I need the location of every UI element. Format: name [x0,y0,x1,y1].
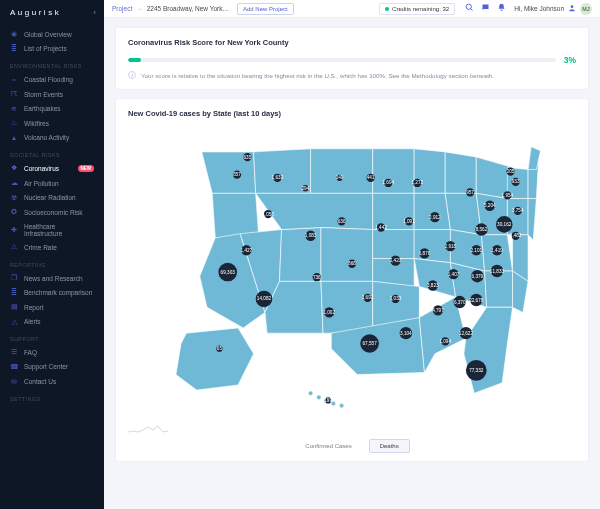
us-map[interactable]: 8571,0581,42769,30314,0826351,6332941,08… [128,126,576,416]
sidebar-item-label: News and Research [24,275,83,282]
sidebar-item-label: Socioeconomic Risk [24,209,83,216]
sidebar-icon: ▲ [10,134,18,142]
sidebar-item-label: Coastal Flooding [24,76,73,83]
sidebar-icon: ≣ [10,289,18,297]
segment-deaths[interactable]: Deaths [369,439,410,453]
sidebar-item-crime-rate[interactable]: ⚠Crime Rate [0,240,104,255]
sidebar-icon: ♨ [10,119,18,127]
map-segment-control: Confirmed CasesDeaths [128,439,576,453]
sidebar-item-label: Earthquakes [24,105,61,112]
bell-icon[interactable] [497,3,506,14]
map-bubble-label: 868 [348,261,356,266]
search-icon[interactable] [465,3,474,14]
map-bubble-label: 1,407 [448,272,460,277]
map-bubble-label: 1,482 [510,233,522,238]
map-bubble-label: 294 [302,186,310,191]
sidebar-item-healthcare-infrastructure[interactable]: ✚Healthcare Infrastructure [0,220,104,241]
sidebar-icon: ⚠ [10,243,18,251]
status-dot-icon [385,7,389,11]
sidebar-item-label: Report [24,304,44,311]
sidebar-item-nuclear-radiation[interactable]: ☢Nuclear Radiation [0,190,104,205]
new-badge: NEW [78,165,95,172]
map-bubble-label: 69,303 [221,270,236,275]
main-area: Project → 2245 Broadway, New York… Add N… [104,0,600,509]
sidebar-icon: ≋ [10,105,18,113]
map-bubble-label: 65 [217,346,223,351]
map-bubble-label: 957 [466,190,474,195]
sidebar-item-label: Coronavirus [24,165,59,172]
sidebar-item-report[interactable]: ▤Report [0,300,104,315]
sidebar-item-label: Alerts [24,318,41,325]
sidebar-item-earthquakes[interactable]: ≋Earthquakes [0,101,104,116]
sidebar-item-label: Support Center [24,363,68,370]
content: Coronavirus Risk Score for New York Coun… [104,18,600,509]
sidebar-item-support-center[interactable]: ☎Support Center [0,360,104,375]
sidebar-icon: ❐ [10,274,18,282]
sidebar-item-global-overview[interactable]: ◉Global Overview [0,27,104,42]
map-bubble-label: 1,419 [491,248,503,253]
sidebar-icon: ✉ [10,378,18,386]
sidebar-icon: ≈ [10,75,18,83]
chat-icon[interactable] [481,3,490,14]
sidebar-icon: ▤ [10,303,18,311]
sidebar-item-benchmark-comparison[interactable]: ≣Benchmark comparison [0,285,104,300]
score-value: 3% [564,55,576,65]
sidebar-icon: ☁ [10,179,18,187]
sidebar-item-list-of-projects[interactable]: ≣List of Projects [0,42,104,57]
breadcrumb-root[interactable]: Project [112,5,132,12]
sidebar-icon: ☎ [10,363,18,371]
map-bubble-label: 1,692 [362,295,374,300]
map-bubble-label: 199 [324,398,332,403]
avatar: MJ [580,3,592,15]
add-project-button[interactable]: Add New Project [237,3,294,15]
sidebar-item-volcano-activity[interactable]: ▲Volcano Activity [0,131,104,146]
sidebar-item-socioeconomic-risk[interactable]: ✪Socioeconomic Risk [0,205,104,220]
sidebar-item-alerts[interactable]: △Alerts [0,315,104,330]
map-bubble-label: 6,379 [471,274,483,279]
sidebar-section-label: Reporting [0,255,104,271]
sidebar-item-label: Volcano Activity [24,134,69,141]
brand-logo: Augurisk [10,8,61,17]
map-bubble-label: 77,332 [469,368,484,373]
sidebar-icon: ☰ [10,348,18,356]
credits-badge[interactable]: Credits remaining: 32 [379,3,455,15]
sidebar-item-air-pollution[interactable]: ☁Air Pollution [0,176,104,191]
sidebar-item-news-and-research[interactable]: ❐News and Research [0,271,104,286]
user-icon [568,4,576,14]
greeting: Hi, Mike Johnson [514,5,564,12]
score-card-title: Coronavirus Risk Score for New York Coun… [128,38,576,47]
sidebar-section-label: Support [0,329,104,345]
map-bubble-label: 933 [512,179,520,184]
map-bubble-label: 1,002 [323,310,335,315]
map-bubble-label: 1,694 [382,180,394,185]
credits-label: Credits remaining: 32 [392,6,449,12]
score-note: i Your score is relative to the situatio… [128,71,576,79]
svg-point-2 [571,5,574,8]
map-bubble-label: 3,104 [400,331,412,336]
sidebar-item-wildfires[interactable]: ♨Wildfires [0,116,104,131]
user-block[interactable]: Hi, Mike Johnson MJ [514,3,592,15]
sidebar-icon: ☈ [10,90,18,98]
map-bubble-label: 635 [244,155,252,160]
sidebar-item-faq[interactable]: ☰FAQ [0,345,104,360]
map-bubble-label: 1,058 [262,212,274,217]
sidebar-item-coronavirus[interactable]: ❖CoronavirusNEW [0,161,104,176]
map-bubble-label: 2,423 [390,258,402,263]
svg-point-0 [466,4,471,9]
sidebar-item-contact-us[interactable]: ✉Contact Us [0,374,104,389]
map-bubble-label: 4,797 [432,308,444,313]
score-fill [128,58,141,62]
chevron-left-icon[interactable]: ‹ [93,8,96,17]
map-bubble-label: 1,272 [411,180,423,185]
sidebar-item-storm-events[interactable]: ☈Storm Events [0,87,104,102]
map-bubble-label: 1,094 [439,339,451,344]
sparkline [128,420,168,434]
sidebar-item-label: Nuclear Radiation [24,194,76,201]
sidebar: Augurisk ‹ ◉Global Overview≣List of Proj… [0,0,104,509]
sidebar-item-label: Healthcare Infrastructure [24,223,94,237]
sidebar-item-coastal-flooding[interactable]: ≈Coastal Flooding [0,72,104,87]
svg-line-1 [471,9,473,11]
map-bubble-label: 1,083 [305,233,317,238]
segment-confirmed-cases[interactable]: Confirmed Cases [294,439,362,453]
map-bubble-label: 22,678 [469,298,484,303]
